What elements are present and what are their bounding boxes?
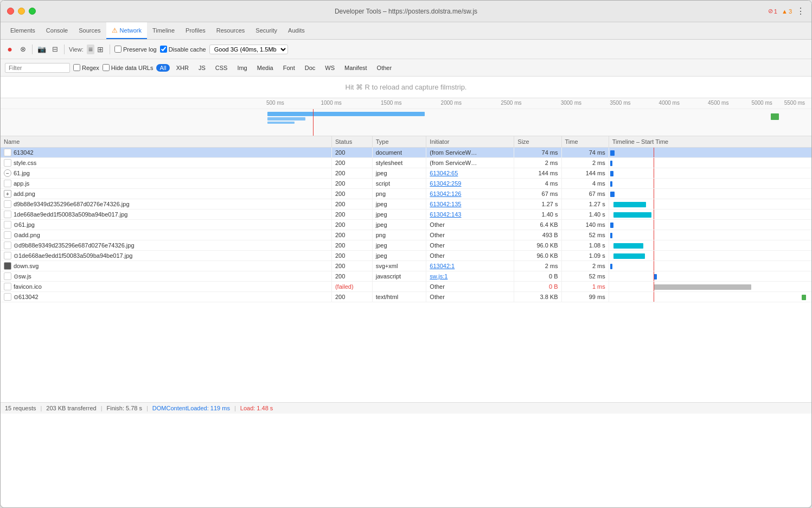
filter-input[interactable]: [5, 63, 70, 73]
td-initiator: (from ServiceW…: [426, 148, 514, 158]
filter-toggle-button[interactable]: ⊟: [50, 45, 60, 54]
minimize-button[interactable]: [18, 8, 25, 15]
preserve-log-label[interactable]: Preserve log: [114, 46, 157, 53]
hide-data-urls-checkbox[interactable]: [103, 64, 110, 71]
initiator-link[interactable]: 613042:65: [430, 170, 458, 176]
table-row[interactable]: favicon.ico (failed) Other 0 B 1 ms: [1, 282, 811, 292]
row-icon-empty: [4, 293, 11, 301]
filter-img-button[interactable]: Img: [234, 64, 250, 72]
tab-audits-label: Audits: [288, 27, 305, 34]
table-row[interactable]: ⊙61.jpg 200 jpeg Other 6.4 KB 140 ms: [1, 220, 811, 230]
filter-js-button[interactable]: JS: [195, 64, 209, 72]
td-name: ⊙1de668ae9edd1f50083a509ba94be017.jpg: [1, 251, 331, 261]
initiator-link[interactable]: 613042:143: [430, 211, 461, 218]
tab-console[interactable]: Console: [41, 22, 73, 39]
col-header-size[interactable]: Size: [514, 136, 561, 148]
initiator-link[interactable]: 613042:1: [430, 263, 455, 269]
td-status: 200: [331, 209, 372, 220]
list-view-icon[interactable]: ≡: [87, 45, 94, 54]
filmstrip-hint: Hit ⌘ R to reload and capture filmstrip.: [346, 83, 467, 91]
filter-doc-button[interactable]: Doc: [302, 64, 319, 72]
td-time: 2 ms: [561, 158, 609, 168]
td-initiator: 613042:126: [426, 189, 514, 199]
initiator-text: Other: [430, 283, 445, 290]
col-header-time[interactable]: Time: [561, 136, 609, 148]
record-button[interactable]: ●: [5, 45, 15, 54]
tab-audits[interactable]: Audits: [283, 22, 310, 39]
close-button[interactable]: [7, 8, 14, 15]
table-row[interactable]: − 61.jpg 200 jpeg 613042:65 144 ms 144 m…: [1, 168, 811, 179]
timeline-vertical-line: [654, 240, 654, 250]
td-size: 1.27 s: [514, 199, 561, 209]
td-type: javascript: [372, 271, 426, 282]
network-table-wrapper[interactable]: Name Status Type Initiator Size Time Tim…: [1, 136, 811, 402]
initiator-link[interactable]: sw.js:1: [430, 273, 447, 280]
col-header-timeline[interactable]: Timeline – Start Time: [609, 136, 811, 148]
row-name: favicon.ico: [14, 283, 42, 290]
col-header-status[interactable]: Status: [331, 136, 372, 148]
statusbar: 15 requests | 203 KB transferred | Finis…: [1, 402, 811, 414]
warning-icon: ▲: [782, 8, 788, 15]
table-row[interactable]: style.css 200 stylesheet (from ServiceW……: [1, 158, 811, 168]
disable-cache-label[interactable]: Disable cache: [160, 46, 206, 53]
throttle-select[interactable]: Good 3G (40ms, 1.5Mb: [209, 45, 288, 54]
tab-security[interactable]: Security: [250, 22, 283, 39]
table-row[interactable]: + add.png 200 png 613042:126 67 ms 67 ms: [1, 189, 811, 199]
td-time: 144 ms: [561, 168, 609, 179]
table-row[interactable]: ⊙d9b88e9349d235296e687d0276e74326.jpg 20…: [1, 240, 811, 251]
row-icon-checked: [4, 262, 11, 270]
td-status: 200: [331, 240, 372, 251]
table-row[interactable]: ⊙613042 200 text/html Other 3.8 KB 99 ms: [1, 292, 811, 302]
table-row[interactable]: ⊙sw.js 200 javascript sw.js:1 0 B 52 ms: [1, 271, 811, 282]
filter-ws-button[interactable]: WS: [322, 64, 338, 72]
col-header-type[interactable]: Type: [372, 136, 426, 148]
tab-profiles[interactable]: Profiles: [180, 22, 211, 39]
tab-sources[interactable]: Sources: [73, 22, 106, 39]
col-header-name[interactable]: Name: [1, 136, 331, 148]
titlebar: Developer Tools – https://posters.dolstr…: [1, 1, 811, 22]
td-size: 493 B: [514, 230, 561, 240]
filter-xhr-button[interactable]: XHR: [173, 64, 192, 72]
initiator-link[interactable]: 613042:135: [430, 201, 461, 207]
td-size: 0 B: [514, 282, 561, 292]
timeline-vertical-line: [654, 199, 654, 209]
camera-button[interactable]: 📷: [37, 45, 47, 54]
table-row[interactable]: app.js 200 script 613042:259 4 ms 4 ms: [1, 179, 811, 189]
more-options-icon[interactable]: ⋮: [796, 6, 805, 16]
col-header-initiator[interactable]: Initiator: [426, 136, 514, 148]
tab-console-label: Console: [46, 27, 68, 34]
td-type: png: [372, 189, 426, 199]
tab-resources[interactable]: Resources: [211, 22, 251, 39]
filter-css-button[interactable]: CSS: [212, 64, 231, 72]
tab-timeline[interactable]: Timeline: [147, 22, 180, 39]
table-row[interactable]: ⊙1de668ae9edd1f50083a509ba94be017.jpg 20…: [1, 251, 811, 261]
network-table: Name Status Type Initiator Size Time Tim…: [1, 136, 811, 302]
filter-other-button[interactable]: Other: [374, 64, 395, 72]
stop-button[interactable]: ⊗: [18, 45, 28, 54]
initiator-link[interactable]: 613042:126: [430, 190, 461, 197]
table-row[interactable]: d9b88e9349d235296e687d0276e74326.jpg 200…: [1, 199, 811, 209]
td-type: jpeg: [372, 240, 426, 251]
filter-media-button[interactable]: Media: [254, 64, 277, 72]
hide-data-urls-label[interactable]: Hide data URLs: [103, 64, 154, 71]
filter-all-button[interactable]: All: [156, 64, 169, 72]
large-rows-icon[interactable]: ⊞: [95, 45, 105, 54]
filter-font-button[interactable]: Font: [280, 64, 298, 72]
initiator-link[interactable]: 613042:259: [430, 180, 461, 187]
maximize-button[interactable]: [29, 8, 36, 15]
table-row[interactable]: down.svg 200 svg+xml 613042:1 2 ms 2 ms: [1, 261, 811, 271]
td-name: ⊙61.jpg: [1, 220, 331, 230]
regex-label[interactable]: Regex: [73, 64, 99, 71]
table-row[interactable]: ⊙add.png 200 png Other 493 B 52 ms: [1, 230, 811, 240]
tab-elements[interactable]: Elements: [5, 22, 41, 39]
table-row[interactable]: 613042 200 document (from ServiceW… 74 m…: [1, 148, 811, 158]
table-row[interactable]: 1de668ae9edd1f50083a509ba94be017.jpg 200…: [1, 209, 811, 220]
preserve-log-checkbox[interactable]: [114, 46, 122, 53]
td-name: ⊙613042: [1, 292, 331, 302]
timeline-vertical-line: [654, 189, 654, 199]
td-type: stylesheet: [372, 158, 426, 168]
regex-checkbox[interactable]: [73, 64, 80, 71]
tab-network[interactable]: ⚠ Network: [106, 22, 147, 39]
filter-manifest-button[interactable]: Manifest: [341, 64, 370, 72]
disable-cache-checkbox[interactable]: [160, 46, 167, 53]
